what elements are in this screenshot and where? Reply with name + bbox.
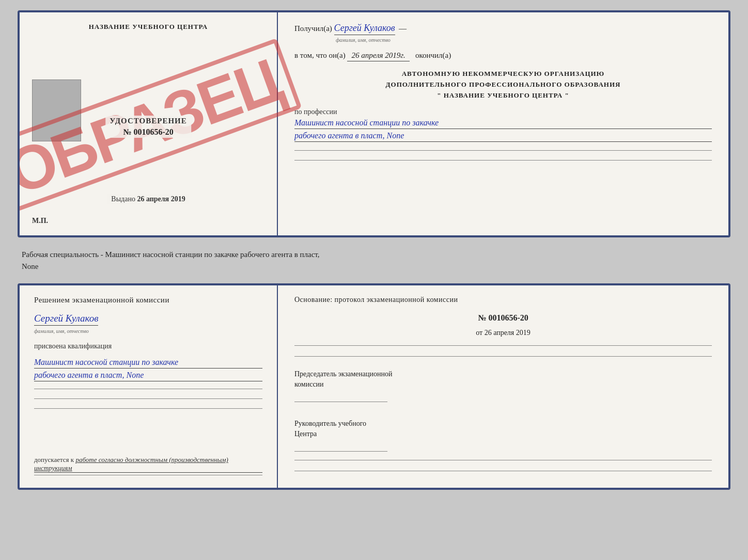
date-line: в том, что он(а) 26 апреля 2019г. окончи… bbox=[294, 51, 712, 61]
kvali-block: Машинист насосной станции по закачке раб… bbox=[34, 356, 262, 381]
bottom-right-dash4 bbox=[294, 471, 712, 471]
bottom-left-panel: Решением экзаменационной комиссии Сергей… bbox=[20, 285, 278, 488]
bottom-dash-2 bbox=[34, 398, 262, 399]
vydano-date: 26 апреля 2019 bbox=[137, 195, 185, 203]
vydano-prefix: Выдано bbox=[111, 195, 135, 203]
protocol-number: № 0010656-20 bbox=[294, 313, 712, 323]
osnovanye-line: Основание: протокол экзаменационной коми… bbox=[294, 296, 712, 304]
vydano-line: Выдано 26 апреля 2019 bbox=[107, 194, 189, 204]
bottom-dash-1 bbox=[34, 389, 262, 389]
profession-line2: рабочего агента в пласт, None bbox=[294, 131, 712, 142]
person-name-bottom: Сергей Кулаков bbox=[34, 313, 98, 326]
profession-block: по профессии Машинист насосной станции п… bbox=[294, 108, 712, 142]
org-block: АВТОНОМНУЮ НЕКОММЕРЧЕСКУЮ ОРГАНИЗАЦИЮ ДО… bbox=[294, 69, 712, 101]
bottom-right-dash bbox=[294, 345, 712, 346]
director-signature-line bbox=[294, 451, 387, 452]
bottom-document: Решением экзаменационной комиссии Сергей… bbox=[18, 283, 730, 490]
bottom-right-dash2 bbox=[294, 356, 712, 357]
middle-text-line1: Рабочая специальность - Машинист насосно… bbox=[22, 250, 320, 259]
podpis-block-director: Руководитель учебного Центра bbox=[294, 419, 712, 452]
dash-line-1 bbox=[294, 150, 712, 151]
podpis-block-chairman: Председатель экзаменационной комиссии bbox=[294, 369, 712, 402]
dopuskaetsya-block: допускается к работе согласно должностны… bbox=[34, 447, 262, 477]
kvali-line1: Машинист насосной станции по закачке bbox=[34, 358, 262, 369]
org-center-name: " НАЗВАНИЕ УЧЕБНОГО ЦЕНТРА " bbox=[294, 90, 712, 101]
fio-sublabel-bottom: фамилия, имя, отчество bbox=[34, 328, 89, 334]
profession-label: по профессии bbox=[294, 108, 712, 116]
date-value: 26 апреля 2019г. bbox=[347, 51, 409, 61]
top-left-center-name: НАЗВАНИЕ УЧЕБНОГО ЦЕНТРА bbox=[89, 23, 208, 31]
recipient-name: Сергей Кулаков bbox=[334, 23, 395, 35]
org-line2: ДОПОЛНИТЕЛЬНОГО ПРОФЕССИОНАЛЬНОГО ОБРАЗО… bbox=[294, 79, 712, 90]
dopuskaetsya-text: допускается к работе согласно должностны… bbox=[34, 456, 262, 473]
bottom-right-panel: Основание: протокол экзаменационной коми… bbox=[278, 285, 728, 488]
udostoverenie-title: УДОСТОВЕРЕНИЕ bbox=[105, 116, 191, 126]
recipient-prefix: Получил(а) bbox=[294, 24, 332, 33]
kvali-label: присвоена квалификация bbox=[34, 342, 262, 350]
bottom-dash-4 bbox=[34, 475, 262, 475]
profession-line1: Машинист насосной станции по закачке bbox=[294, 118, 712, 129]
date-prefix: в том, что он(а) bbox=[294, 51, 346, 59]
org-line1: АВТОНОМНУЮ НЕКОММЕРЧЕСКУЮ ОРГАНИЗАЦИЮ bbox=[294, 69, 712, 79]
fio-sublabel-top: фамилия, имя, отчество bbox=[336, 37, 391, 43]
okoncil: окончил(а) bbox=[415, 51, 451, 59]
kvali-line2: рабочего агента в пласт, None bbox=[34, 371, 262, 381]
top-right-panel: Получил(а) Сергей Кулаков — фамилия, имя… bbox=[278, 12, 728, 235]
top-document: НАЗВАНИЕ УЧЕБНОГО ЦЕНТРА ОБРАЗЕЦ УДОСТОВ… bbox=[18, 10, 730, 237]
person-name-block: Сергей Кулаков фамилия, имя, отчество bbox=[34, 310, 262, 335]
chairman-label: Председатель экзаменационной комиссии bbox=[294, 369, 712, 389]
mp-label: М.П. bbox=[32, 217, 48, 225]
ot-date-value: 26 апреля 2019 bbox=[485, 329, 531, 337]
ot-prefix: от bbox=[476, 329, 482, 337]
udostoverenie-block: УДОСТОВЕРЕНИЕ № 0010656-20 bbox=[105, 116, 191, 138]
recipient-line: Получил(а) Сергей Кулаков — фамилия, имя… bbox=[294, 23, 712, 44]
dopuskaetsya-prefix: допускается к bbox=[34, 456, 74, 463]
middle-text: Рабочая специальность - Машинист насосно… bbox=[18, 246, 730, 275]
top-left-panel: НАЗВАНИЕ УЧЕБНОГО ЦЕНТРА ОБРАЗЕЦ УДОСТОВ… bbox=[20, 12, 278, 235]
bottom-dash-3 bbox=[34, 408, 262, 409]
chairman-signature-line bbox=[294, 402, 387, 402]
udostoverenie-number: № 0010656-20 bbox=[105, 126, 191, 138]
komissia-line: Решением экзаменационной комиссии bbox=[34, 296, 262, 305]
ot-date: от 26 апреля 2019 bbox=[294, 329, 712, 337]
bottom-right-dash3 bbox=[294, 460, 712, 460]
dash-line-2 bbox=[294, 160, 712, 161]
photo-placeholder bbox=[32, 79, 81, 141]
middle-text-line2: None bbox=[22, 262, 39, 270]
director-label: Руководитель учебного Центра bbox=[294, 419, 712, 439]
